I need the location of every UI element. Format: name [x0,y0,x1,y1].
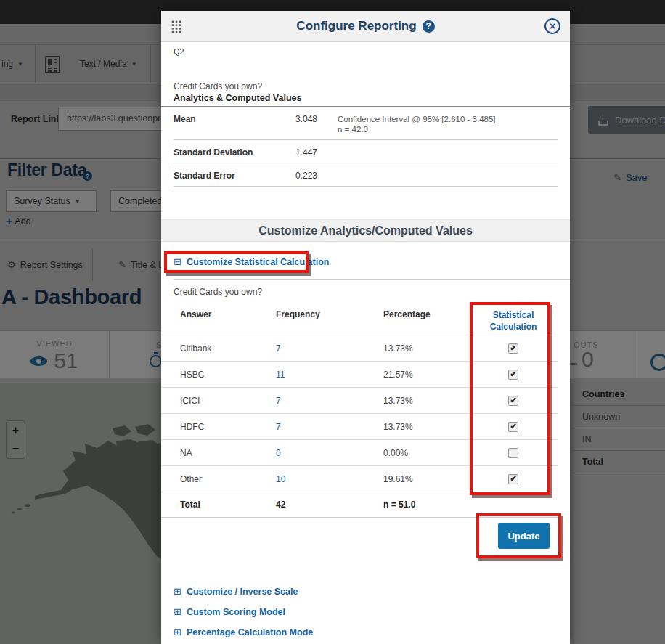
table-row: HSBC1121.57% [161,362,558,388]
update-button[interactable]: Update [498,523,550,549]
frequency-table-body: Citibank713.73%HSBC1121.57%ICICI713.73%H… [161,335,558,518]
percentage-cell: 13.73% [383,343,470,354]
total-frequency: 42 [276,500,383,510]
frequency-link[interactable]: 10 [276,474,383,484]
checkbox-cell [470,474,557,484]
answer-cell: Other [180,474,276,484]
expand-icon[interactable] [174,586,181,597]
configure-reporting-modal: Configure Reporting ? × Q2 Credit Cards … [161,11,570,644]
question-code: Q2 [174,47,184,56]
analytics-row-value: 1.447 [295,147,338,158]
customize-statistical-calculation-label: Customize Statistical Calculation [187,257,330,267]
checkbox-cell [470,343,557,354]
frequency-question-text: Credit Cards you own? [174,287,262,297]
table-row: ICICI713.73% [161,388,558,414]
answer-cell: HDFC [180,422,276,432]
statistical-calculation-checkbox[interactable] [508,474,518,484]
column-header: Answer [180,309,276,335]
percentage-cell: 0.00% [383,448,470,458]
collapsed-section-link[interactable]: Percentage Calculation Mode [174,627,313,637]
frequency-link[interactable]: 7 [276,422,383,432]
expand-icon[interactable] [174,606,181,617]
analytics-row-value: 0.223 [295,171,338,181]
frequency-link[interactable]: 7 [276,343,383,354]
analytics-row-label: Mean [174,114,295,134]
frequency-table: AnswerFrequencyPercentageStatistical Cal… [161,305,558,518]
analytics-row-notes: Confidence Interval @ 95% [2.610 - 3.485… [338,114,558,134]
analytics-note: Confidence Interval @ 95% [2.610 - 3.485… [338,114,558,124]
answer-cell: ICICI [180,396,276,406]
percentage-cell: 13.73% [383,422,470,432]
statistical-calculation-checkbox[interactable] [508,396,518,406]
help-icon[interactable]: ? [423,20,435,33]
analytics-row: Mean3.048Confidence Interval @ 95% [2.61… [174,107,558,140]
analytics-row-notes [338,171,558,181]
analytics-row-value: 3.048 [295,114,338,134]
customize-statistical-calculation-link[interactable]: Customize Statistical Calculation [174,256,329,267]
answer-cell: Citibank [180,343,276,354]
total-n-value: n = 51.0 [383,500,470,510]
expand-icon[interactable] [174,627,181,637]
table-row: Other1019.61% [161,466,558,492]
collapse-icon[interactable] [174,256,181,267]
divider [174,279,570,280]
collapsed-section-label: Customize / Inverse Scale [187,587,298,597]
total-label: Total [180,500,276,510]
column-header: Percentage [383,309,470,335]
analytics-row: Standard Deviation1.447 [174,140,558,163]
percentage-cell: 21.57% [383,370,470,380]
question-text: Credit Cards you own? [174,81,262,91]
collapsed-section-label: Percentage Calculation Mode [187,627,313,637]
checkbox-cell [470,422,557,432]
close-icon[interactable]: × [544,18,560,34]
modal-title: Configure Reporting [296,19,416,33]
checkbox-cell [470,396,557,406]
analytics-heading: Analytics & Computed Values [174,93,301,103]
drag-handle-icon[interactable] [171,20,181,33]
frequency-link[interactable]: 11 [276,370,383,380]
modal-header: Configure Reporting ? × [161,11,570,42]
collapsed-section-link[interactable]: Custom Scoring Model [174,606,313,617]
frequency-link[interactable]: 7 [276,396,383,406]
column-header: Statistical Calculation [470,309,557,335]
analytics-row-label: Standard Error [174,171,295,181]
table-row: Citibank713.73% [161,335,558,362]
table-row: HDFC713.73% [161,414,558,440]
checkbox-cell [470,448,557,458]
answer-cell: HSBC [180,370,276,380]
customize-section-heading: Customize Analytics/Computed Values [161,219,570,242]
analytics-row: Standard Error0.223 [174,163,558,187]
analytics-table: Mean3.048Confidence Interval @ 95% [2.61… [174,107,558,187]
collapsed-section-link[interactable]: Customize / Inverse Scale [174,586,313,597]
collapsed-section-label: Custom Scoring Model [187,607,285,617]
checkbox-cell [470,370,557,380]
analytics-note: n = 42.0 [338,124,558,134]
statistical-calculation-checkbox[interactable] [508,448,518,458]
table-row: NA00.00% [161,440,558,466]
frequency-table-header: AnswerFrequencyPercentageStatistical Cal… [161,305,558,335]
percentage-cell: 13.73% [383,396,470,406]
analytics-row-label: Standard Deviation [174,147,295,158]
answer-cell: NA [180,448,276,458]
collapsed-sections: Customize / Inverse ScaleCustom Scoring … [174,586,313,644]
frequency-link[interactable]: 0 [276,448,383,458]
analytics-row-notes [338,147,558,158]
statistical-calculation-checkbox[interactable] [508,370,518,380]
statistical-calculation-checkbox[interactable] [508,422,518,432]
table-total-row: Total42n = 51.0 [161,492,558,518]
column-header: Frequency [276,309,383,335]
statistical-calculation-checkbox[interactable] [508,343,518,354]
percentage-cell: 19.61% [383,474,470,484]
